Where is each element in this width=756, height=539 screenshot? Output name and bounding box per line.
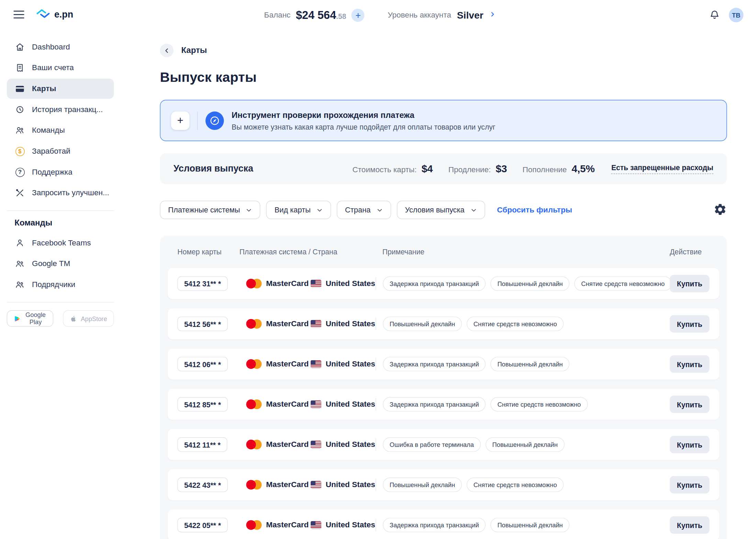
sidebar-item-question[interactable]: ?Поддержка [7,162,114,182]
buy-button[interactable]: Купить [670,315,710,333]
mastercard-icon [246,359,262,369]
buy-button[interactable]: Купить [670,436,710,453]
buy-button[interactable]: Купить [670,516,710,534]
apple-icon [70,315,77,322]
chevron-right-icon [489,10,497,20]
filter-dropdowns: Платежные системыВид картыСтранаУсловия … [160,201,485,219]
payment-systems-dropdown[interactable]: Платежные системы [160,201,260,219]
divider [376,438,376,451]
app-window: e.pn Баланс $24 564.58 + Уровень аккаунт… [0,0,756,539]
forbidden-expenses-link[interactable]: Есть запрещенные расходы [611,163,713,174]
issue-conditions-card: Условия выпуска Стоимость карты: $4 Прод… [160,153,727,184]
question-icon: ? [14,167,25,177]
payment-check-banner[interactable]: + Инструмент проверки прохождения платеж… [160,100,727,141]
sidebar-team-item[interactable]: Google TM [7,254,114,274]
sidebar-item-invoice[interactable]: Ваши счета [7,58,114,78]
card-cost-stat: Стоимость карты: $4 [352,163,433,175]
us-flag-icon [311,280,321,288]
notes: Задержка прихода транзакцийПовышенный де… [383,276,670,291]
sidebar-item-history[interactable]: История транзакц... [7,99,114,120]
sidebar-item-users[interactable]: Команды [7,120,114,141]
topup-stat: Пополнение 4,5% [522,163,594,175]
divider [7,302,114,302]
conditions-title: Условия выпуска [174,163,253,174]
back-button[interactable] [160,44,173,57]
table-rows: 5412 31** *MasterCardUnited StatesЗадерж… [168,268,719,539]
sidebar-item-home[interactable]: Dashboard [7,37,114,57]
sidebar-item-tools[interactable]: Запросить улучшен... [7,183,114,203]
banner-text: Инструмент проверки прохождения платежа … [232,110,495,131]
sidebar-item-card[interactable]: Карты [7,78,114,99]
buy-button[interactable]: Купить [670,396,710,413]
renewal-stat: Продление: $3 [448,163,507,175]
apple-store-button[interactable]: AppStore [63,310,114,327]
card-row: 5422 43** *MasterCardUnited StatesПовыше… [168,469,719,500]
cards-table: Номер картыПлатежная система / СтранаПри… [160,235,727,539]
breadcrumb-label: Карты [181,46,207,55]
card-row: 5412 11** *MasterCardUnited StatesОшибка… [168,429,719,460]
column-header: Платежная система / Страна [240,248,382,256]
note-tag: Задержка прихода транзакций [383,397,486,411]
buy-button[interactable]: Купить [670,355,710,373]
logo-text: e.pn [54,9,73,20]
card-icon [14,84,25,94]
invoice-icon [14,63,25,73]
mastercard-icon [246,480,262,490]
avatar[interactable]: TB [729,8,743,22]
account-level[interactable]: Уровень аккаунта Silver [388,0,496,30]
notes: Ошибка в работе терминалаПовышенный декл… [383,437,670,452]
us-flag-icon [311,441,321,449]
note-tag: Задержка прихода транзакций [383,518,486,532]
notifications-bell-icon[interactable] [709,9,720,22]
account-level-value: Silver [457,10,483,21]
topbar: e.pn Баланс $24 564.58 + Уровень аккаунт… [0,0,756,30]
divider [7,210,114,211]
card-number: 5412 06** * [177,357,228,371]
us-flag-icon [311,320,321,328]
breadcrumb: Карты [160,44,727,57]
mastercard-icon [246,279,262,288]
mastercard-icon [246,440,262,449]
logo-icon [36,8,50,21]
banner-subtitle: Вы можете узнать какая карта лучше подой… [232,122,495,131]
note-tag: Повышенный деклайн [491,518,570,532]
sidebar-item-dollar[interactable]: $Заработай [7,141,114,161]
reset-filters-link[interactable]: Сбросить фильтры [497,206,572,214]
card-row: 5412 56** *MasterCardUnited StatesПовыше… [168,308,719,339]
main-content: Карты Выпуск карты + Инструмент проверки… [160,30,727,539]
logo[interactable]: e.pn [36,8,73,21]
sidebar-team-item[interactable]: Подрядчики [7,274,114,295]
card-number: 5412 11** * [177,437,227,452]
mastercard-icon [246,520,262,530]
home-icon [14,42,25,52]
note-tag: Снятие средств невозможно [467,477,564,492]
hamburger-menu-icon[interactable] [13,11,24,19]
note-tag: Снятие средств невозможно [491,397,588,411]
store-buttons: Google PlayAppStore [7,310,114,327]
banner-plus-button[interactable]: + [171,111,190,130]
chevron-down-icon [470,207,477,213]
card-number: 5412 85** * [177,397,228,411]
card-number: 5412 56** * [177,317,228,331]
notes: Задержка прихода транзакцийСнятие средст… [383,397,670,411]
card-number: 5412 31** * [177,276,228,291]
us-flag-icon [311,400,321,408]
chevron-down-icon [376,207,382,213]
note-tag: Повышенный деклайн [383,477,462,492]
column-header: Примечание [382,248,670,256]
divider [376,398,376,411]
buy-button[interactable]: Купить [670,275,710,293]
card-type-dropdown[interactable]: Вид карты [266,201,331,219]
gear-icon[interactable] [713,202,727,218]
google-play-store-button[interactable]: Google Play [7,310,53,327]
user-icon [14,238,25,248]
account-level-label: Уровень аккаунта [388,11,451,19]
divider [197,111,198,130]
top-up-balance-button[interactable]: + [352,9,365,22]
note-tag: Задержка прихода транзакций [383,276,486,291]
buy-button[interactable]: Купить [670,476,710,494]
country-dropdown[interactable]: Страна [337,201,391,219]
history-icon [14,104,25,115]
sidebar-team-item[interactable]: Facebook Teams [7,233,114,253]
issue-conditions-dropdown[interactable]: Условия выпуска [397,201,485,219]
